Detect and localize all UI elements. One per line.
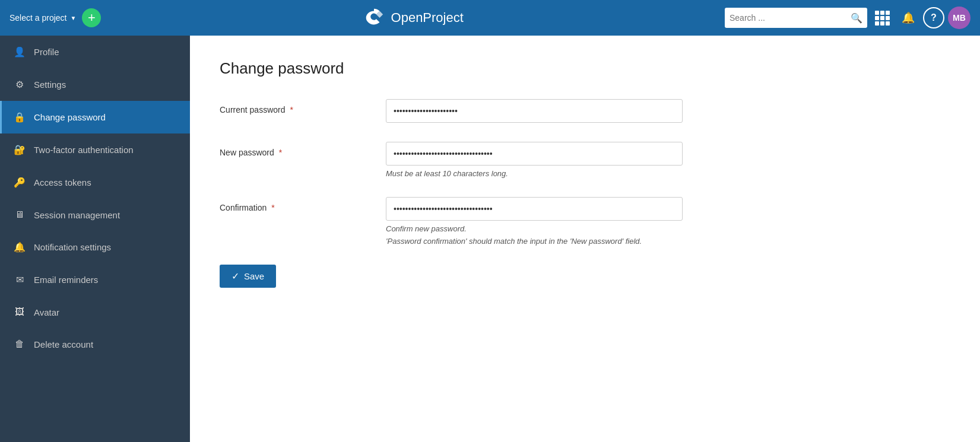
current-password-label: Current password * xyxy=(220,99,386,115)
page-title: Change password xyxy=(220,59,950,78)
new-password-label: New password * xyxy=(220,142,386,157)
checkmark-icon: ✓ xyxy=(231,271,239,282)
trash-icon: 🗑 xyxy=(14,339,26,349)
confirmation-hint1: Confirm new password. xyxy=(386,224,683,233)
logo-icon xyxy=(363,7,385,29)
add-project-button[interactable]: + xyxy=(82,8,101,27)
required-star-2: * xyxy=(279,148,282,157)
save-button[interactable]: ✓ Save xyxy=(220,265,276,288)
confirmation-group: Confirmation * Confirm new password. 'Pa… xyxy=(220,197,950,246)
lock2-icon: 🔐 xyxy=(14,144,26,155)
display-icon: 🖥 xyxy=(14,209,26,220)
current-password-field xyxy=(386,99,683,123)
logo-text: OpenProject xyxy=(391,10,464,26)
select-project-button[interactable]: Select a project ▼ xyxy=(9,13,76,23)
grid-icon xyxy=(875,11,890,26)
sidebar-item-label: Notification settings xyxy=(34,242,111,252)
required-star: * xyxy=(290,105,293,115)
new-password-input[interactable] xyxy=(386,142,683,166)
confirmation-input[interactable] xyxy=(386,197,683,221)
sidebar-item-label: Email reminders xyxy=(34,275,98,285)
sidebar-item-session-management[interactable]: 🖥 Session management xyxy=(0,199,190,231)
sidebar-item-label: Access tokens xyxy=(34,177,91,187)
chevron-down-icon: ▼ xyxy=(71,15,77,21)
sidebar-item-label: Change password xyxy=(34,112,106,122)
confirmation-label: Confirmation * xyxy=(220,197,386,212)
sidebar-item-email-reminders[interactable]: ✉ Email reminders xyxy=(0,263,190,296)
sidebar-item-change-password[interactable]: 🔒 Change password xyxy=(0,101,190,133)
sidebar: 👤 Profile ⚙ Settings 🔒 Change password 🔐… xyxy=(0,36,190,442)
sidebar-item-access-tokens[interactable]: 🔑 Access tokens xyxy=(0,166,190,199)
navbar-center: OpenProject xyxy=(101,7,725,29)
confirmation-hint2: 'Password confirmation' should match the… xyxy=(386,237,683,246)
navbar-left: Select a project ▼ + xyxy=(9,8,101,27)
new-password-field: Must be at least 10 characters long. xyxy=(386,142,683,178)
sidebar-item-delete-account[interactable]: 🗑 Delete account xyxy=(0,328,190,360)
sidebar-item-label: Avatar xyxy=(34,307,59,317)
sidebar-item-label: Profile xyxy=(34,47,59,57)
layout: 👤 Profile ⚙ Settings 🔒 Change password 🔐… xyxy=(0,36,980,442)
avatar-icon: 🖼 xyxy=(14,307,26,317)
confirmation-field: Confirm new password. 'Password confirma… xyxy=(386,197,683,246)
sidebar-item-two-factor[interactable]: 🔐 Two-factor authentication xyxy=(0,133,190,166)
new-password-group: New password * Must be at least 10 chara… xyxy=(220,142,950,178)
sidebar-item-label: Delete account xyxy=(34,339,93,349)
bell-icon: 🔔 xyxy=(902,11,915,24)
key-icon: 🔑 xyxy=(14,177,26,188)
search-box[interactable]: 🔍 xyxy=(725,8,867,28)
sidebar-item-settings[interactable]: ⚙ Settings xyxy=(0,68,190,101)
app-logo: OpenProject xyxy=(363,7,464,29)
select-project-label: Select a project xyxy=(9,13,67,23)
current-password-group: Current password * xyxy=(220,99,950,123)
current-password-input[interactable] xyxy=(386,99,683,123)
avatar-initials: MB xyxy=(953,13,966,23)
sidebar-item-notification-settings[interactable]: 🔔 Notification settings xyxy=(0,231,190,263)
search-icon: 🔍 xyxy=(851,12,862,24)
navbar-right: 🔍 🔔 ? MB xyxy=(725,7,971,29)
sidebar-item-label: Settings xyxy=(34,80,66,90)
help-icon: ? xyxy=(931,12,937,23)
sidebar-item-avatar[interactable]: 🖼 Avatar xyxy=(0,296,190,328)
main-content: Change password Current password * New p… xyxy=(190,36,980,442)
sidebar-item-profile[interactable]: 👤 Profile xyxy=(0,36,190,68)
help-button[interactable]: ? xyxy=(923,7,944,28)
lock-icon: 🔒 xyxy=(14,112,26,123)
sidebar-item-label: Session management xyxy=(34,210,120,220)
search-input[interactable] xyxy=(730,13,851,23)
user-avatar[interactable]: MB xyxy=(948,7,971,29)
new-password-hint: Must be at least 10 characters long. xyxy=(386,169,683,178)
save-label: Save xyxy=(244,271,264,281)
bell2-icon: 🔔 xyxy=(14,241,26,253)
gear-icon: ⚙ xyxy=(14,79,26,90)
required-star-3: * xyxy=(271,203,274,212)
email-icon: ✉ xyxy=(14,274,26,285)
notifications-button[interactable]: 🔔 xyxy=(897,7,919,29)
modules-button[interactable] xyxy=(871,7,893,29)
navbar: Select a project ▼ + OpenProject 🔍 🔔 xyxy=(0,0,980,36)
sidebar-item-label: Two-factor authentication xyxy=(34,145,134,155)
person-icon: 👤 xyxy=(14,46,26,58)
